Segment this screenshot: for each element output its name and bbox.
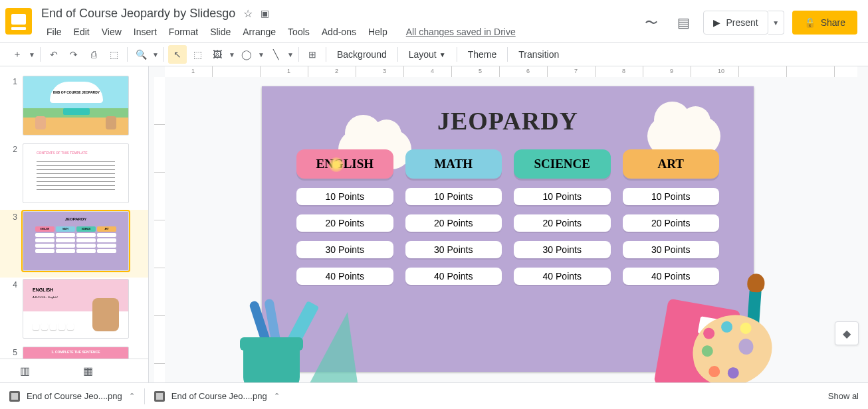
points-button[interactable]: 20 Points [514, 214, 611, 232]
share-label: Share [821, 17, 845, 28]
filmstrip-view-icon[interactable]: ▥ [20, 365, 30, 377]
slide-canvas[interactable]: JEOPARDY ENGLISHMATHSCIENCEART10 Points1… [262, 86, 754, 372]
points-button[interactable]: 30 Points [514, 241, 611, 258]
canvas-area[interactable]: 112345678910 JEOPARDY ENGLISHMATHSCIENCE… [149, 66, 868, 382]
new-slide-button[interactable]: ＋ [8, 45, 27, 64]
chevron-down-icon: ▼ [439, 51, 446, 58]
points-button[interactable]: 20 Points [405, 214, 502, 232]
slide-panel[interactable]: 1 END OF COURSE JEOPARDY 2 CONTENTS OF T… [0, 66, 149, 382]
chevron-up-icon[interactable]: ⌃ [274, 392, 280, 400]
points-button[interactable]: 40 Points [405, 268, 502, 285]
comments-icon[interactable]: ▤ [671, 11, 695, 35]
show-all-button[interactable]: Show al [819, 391, 868, 401]
present-dropdown[interactable]: ▼ [768, 11, 784, 35]
grid-view-icon[interactable]: ▦ [83, 365, 93, 377]
slides-logo[interactable] [5, 8, 32, 35]
toolbar: ＋ ▼ ↶ ↷ ⎙ ⬚ 🔍 ▼ ↖ ⬚ 🖼 ▼ ◯ ▼ ╲ ▼ ⊞ Backgr… [0, 42, 868, 66]
share-button[interactable]: 🔒 Share [792, 11, 857, 35]
background-button[interactable]: Background [330, 45, 393, 64]
menu-tools[interactable]: Tools [282, 24, 315, 40]
slide-number: 1 [8, 76, 17, 135]
thumb-title: CONTENTS OF THIS TEMPLATE [37, 151, 88, 155]
image-tool[interactable]: 🖼 [208, 45, 227, 64]
download-bar: End of Course Jeo....png ⌃ End of Course… [0, 382, 868, 409]
points-button[interactable]: 10 Points [623, 188, 720, 205]
thumb-subtitle: A-B-C-D-E... English! [33, 295, 58, 299]
menu-arrange[interactable]: Arrange [237, 24, 281, 40]
line-tool[interactable]: ╲ [267, 45, 285, 64]
play-icon: ▶ [713, 17, 720, 28]
points-button[interactable]: 40 Points [296, 268, 393, 285]
save-status[interactable]: All changes saved in Drive [406, 27, 516, 37]
zoom-button[interactable]: 🔍 [132, 45, 150, 64]
slide-title[interactable]: JEOPARDY [262, 106, 754, 135]
menu-insert[interactable]: Insert [128, 24, 162, 40]
points-button[interactable]: 30 Points [623, 241, 720, 258]
shape-dropdown[interactable]: ▼ [257, 45, 265, 64]
select-tool[interactable]: ↖ [168, 45, 187, 64]
layout-button[interactable]: Layout▼ [402, 45, 453, 64]
points-button[interactable]: 10 Points [296, 188, 393, 205]
menu-slide[interactable]: Slide [205, 24, 236, 40]
layout-label: Layout [409, 49, 437, 60]
comment-button[interactable]: ⊞ [303, 45, 322, 64]
points-button[interactable]: 10 Points [514, 188, 611, 205]
activity-icon[interactable]: 〜 [639, 11, 663, 35]
ruler-vertical [154, 77, 165, 382]
textbox-tool[interactable]: ⬚ [188, 45, 207, 64]
slide-thumb-3[interactable]: 3 JEOPARDY ENGLISHMATHSCIENCEART [0, 210, 148, 278]
menu-help[interactable]: Help [363, 24, 393, 40]
category-math[interactable]: MATH [405, 149, 502, 179]
transition-button[interactable]: Transition [512, 45, 566, 64]
paint-format-button[interactable]: ⬚ [104, 45, 123, 64]
star-icon[interactable]: ☆ [243, 7, 253, 20]
points-button[interactable]: 30 Points [296, 241, 393, 258]
points-button[interactable]: 40 Points [623, 268, 720, 285]
menu-format[interactable]: Format [163, 24, 203, 40]
file-name: End of Course Jeo....png [27, 391, 122, 401]
points-button[interactable]: 30 Points [405, 241, 502, 258]
redo-button[interactable]: ↷ [64, 45, 83, 64]
category-science[interactable]: SCIENCE [514, 149, 611, 179]
file-name: End of Course Jeo....png [171, 391, 267, 401]
slide-number: 3 [8, 211, 17, 271]
new-slide-dropdown[interactable]: ▼ [28, 45, 36, 64]
undo-button[interactable]: ↶ [45, 45, 63, 64]
points-button[interactable]: 20 Points [296, 214, 393, 232]
download-file-1[interactable]: End of Course Jeo....png ⌃ [0, 383, 144, 409]
menu-file[interactable]: File [41, 24, 67, 40]
points-button[interactable]: 40 Points [514, 268, 611, 285]
menu-add-ons[interactable]: Add-ons [316, 24, 362, 40]
slide-thumb-4[interactable]: 4 ENGLISH A-B-C-D-E... English! [0, 278, 148, 345]
slide-number: 4 [8, 279, 17, 339]
thumb-title: JEOPARDY [23, 217, 128, 221]
category-english[interactable]: ENGLISH [296, 149, 393, 179]
theme-button[interactable]: Theme [461, 45, 504, 64]
doc-title[interactable]: End of Course Jeopardy by Slidesgo [41, 7, 235, 21]
chevron-up-icon[interactable]: ⌃ [129, 392, 135, 400]
thumb-title: ENGLISH [33, 287, 53, 292]
present-button[interactable]: ▶ Present [703, 11, 768, 35]
menu-edit[interactable]: Edit [68, 24, 95, 40]
lock-icon: 🔒 [804, 17, 815, 28]
points-button[interactable]: 10 Points [405, 188, 502, 205]
image-dropdown[interactable]: ▼ [228, 45, 236, 64]
slide-number: 2 [8, 143, 17, 203]
slide-thumb-1[interactable]: 1 END OF COURSE JEOPARDY [0, 74, 148, 142]
explore-button[interactable]: ◆ [835, 321, 859, 345]
ruler-horizontal: 112345678910 [165, 66, 857, 77]
thumb-title: END OF COURSE JEOPARDY [50, 82, 103, 103]
download-file-2[interactable]: End of Course Jeo....png ⌃ [145, 383, 289, 409]
cup-decoration [237, 312, 316, 382]
category-art[interactable]: ART [623, 149, 720, 179]
move-icon[interactable]: ▣ [261, 8, 269, 19]
points-button[interactable]: 20 Points [623, 214, 720, 232]
file-icon [9, 391, 20, 402]
file-icon [154, 391, 165, 402]
zoom-dropdown[interactable]: ▼ [152, 45, 160, 64]
shape-tool[interactable]: ◯ [237, 45, 256, 64]
print-button[interactable]: ⎙ [84, 45, 103, 64]
menu-view[interactable]: View [96, 24, 127, 40]
slide-thumb-2[interactable]: 2 CONTENTS OF THIS TEMPLATE [0, 142, 148, 210]
line-dropdown[interactable]: ▼ [286, 45, 294, 64]
